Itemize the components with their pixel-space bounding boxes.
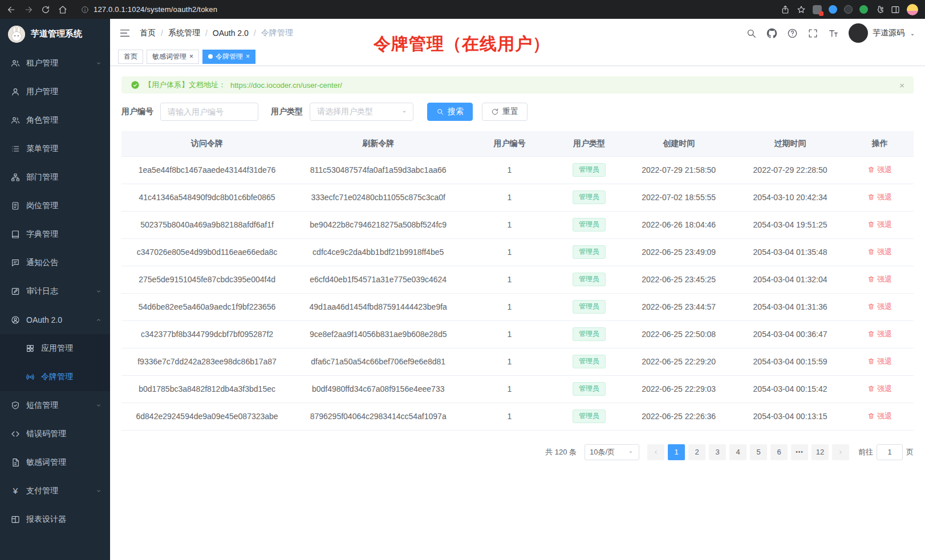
page-button[interactable]: 12 [812,444,829,460]
browser-profile-avatar[interactable] [907,4,918,15]
close-icon[interactable]: × [189,53,193,60]
sidebar-item-sms[interactable]: 短信管理 [0,391,110,420]
sidebar-item-pay[interactable]: ¥ 支付管理 [0,477,110,505]
table-row: 275e5de9151045fe87cbdc395e004f4d e6cfd40… [121,266,914,293]
fullscreen-icon[interactable] [808,28,818,39]
reset-button[interactable]: 重置 [482,103,528,121]
breadcrumb-home[interactable]: 首页 [140,28,156,38]
reload-icon[interactable] [41,5,50,14]
sidebar-item-oauth-token[interactable]: 令牌管理 [0,363,110,391]
sidebar-item-notice[interactable]: 通知公告 [0,249,110,277]
hamburger-icon[interactable] [119,27,131,39]
oauth-icon [11,315,20,324]
address-bar[interactable]: 127.0.0.1:1024/system/oauth2/token [75,2,773,17]
sidebar-item-dict[interactable]: 字典管理 [0,220,110,249]
table-row: 41c41346a548490f9dc8b01c6bfe0865 333ecfc… [121,184,914,211]
bookmark-star-icon[interactable] [797,5,806,14]
sidebar-item-oauth-app[interactable]: 应用管理 [0,334,110,363]
force-logout-button[interactable]: 强退 [867,165,892,175]
sidebar-item-auditlog[interactable]: 审计日志 [0,277,110,306]
force-logout-button[interactable]: 强退 [867,329,892,339]
app-grid-icon [26,344,35,353]
tab-token[interactable]: 令牌管理 × [202,50,255,64]
search-icon[interactable] [746,28,757,39]
col-action: 操作 [846,131,914,156]
col-user-id: 用户编号 [464,131,555,156]
user-type-badge: 管理员 [573,273,606,286]
back-icon[interactable] [7,5,16,14]
tenant-icon [11,59,20,68]
user-type-badge: 管理员 [573,355,606,368]
app-title: 芋道管理系统 [31,29,82,39]
breadcrumb-oauth[interactable]: OAuth 2.0 [213,29,249,38]
sidebar-item-post[interactable]: 岗位管理 [0,192,110,220]
force-logout-button[interactable]: 强退 [867,411,892,421]
trash-icon [867,221,875,228]
extension-icon[interactable] [829,5,837,14]
sidebar-item-reportdesigner[interactable]: 报表设计器 [0,505,110,534]
sidebar-item-oauth[interactable]: OAuth 2.0 [0,306,110,334]
font-size-icon[interactable] [828,28,839,39]
force-logout-button[interactable]: 强退 [867,384,892,394]
page-button[interactable]: 4 [729,444,747,460]
side-panel-icon[interactable] [891,5,900,14]
force-logout-button[interactable]: 强退 [867,302,892,312]
force-logout-button[interactable]: 强退 [867,247,892,257]
sidebar-item-tenant[interactable]: 租户管理 [0,49,110,78]
col-create-time: 创建时间 [623,131,734,156]
page-button[interactable]: 3 [709,444,726,460]
user-id-input[interactable] [160,103,258,121]
extension-icon[interactable] [813,5,822,14]
top-navbar: 首页 / 系统管理 / OAuth 2.0 / 令牌管理 令牌管理（在线用户） [110,19,925,47]
force-logout-button[interactable]: 强退 [867,192,892,202]
table-header-row: 访问令牌 刷新令牌 用户编号 用户类型 创建时间 过期时间 操作 [121,131,914,156]
force-logout-button[interactable]: 强退 [867,220,892,230]
chevron-down-icon [95,288,102,295]
search-button[interactable]: 搜索 [427,103,473,121]
page-button[interactable]: 5 [750,444,767,460]
success-check-icon [131,80,140,90]
sidebar: 芋道管理系统 租户管理 用户管理 角色管理 菜单管理 [0,19,110,560]
close-icon[interactable]: × [899,81,904,90]
user-type-badge: 管理员 [573,218,606,232]
extensions-puzzle-icon[interactable] [875,5,884,14]
edit-log-icon [11,287,20,296]
page-button[interactable]: 2 [688,444,705,460]
help-icon[interactable] [787,28,798,39]
forward-icon[interactable] [24,5,33,14]
sidebar-item-role[interactable]: 角色管理 [0,106,110,135]
force-logout-button[interactable]: 强退 [867,356,892,367]
trash-icon [867,385,875,392]
sidebar-item-errorcode[interactable]: 错误码管理 [0,420,110,448]
sidebar-item-menu[interactable]: 菜单管理 [0,135,110,163]
tab-home[interactable]: 首页 [118,50,143,64]
page-content: 【用户体系】文档地址： https://doc.iocoder.cn/user-… [110,66,925,560]
home-icon[interactable] [58,5,67,14]
page-button[interactable]: 6 [770,444,788,460]
navbar-actions: 芋道源码 [746,23,916,43]
more-pages-button[interactable]: ••• [791,444,808,460]
goto-page-input[interactable] [877,444,903,460]
next-page-button[interactable] [832,444,849,460]
share-icon[interactable] [781,5,790,14]
doc-link[interactable]: https://doc.iocoder.cn/user-center/ [230,81,342,90]
sidebar-item-user[interactable]: 用户管理 [0,78,110,106]
extension-icon[interactable] [859,5,868,14]
page-size-select[interactable]: 10条/页 [585,444,639,460]
page-button[interactable]: 1 [668,444,685,460]
user-type-select[interactable]: 请选择用户类型 [310,103,413,121]
github-icon[interactable] [766,28,777,39]
close-icon[interactable]: × [246,53,250,60]
extension-badge [819,11,823,16]
user-menu[interactable]: 芋道源码 [849,23,916,43]
prev-page-button[interactable] [647,444,664,460]
sidebar-item-sensitiveword[interactable]: 敏感词管理 [0,448,110,477]
force-logout-button[interactable]: 强退 [867,274,892,285]
breadcrumb-system[interactable]: 系统管理 [168,28,200,38]
sidebar-item-dept[interactable]: 部门管理 [0,163,110,192]
extension-icon[interactable] [844,5,853,14]
tab-sensitive-word[interactable]: 敏感词管理 × [147,50,199,64]
col-user-type: 用户类型 [555,131,623,156]
user-type-badge: 管理员 [573,163,606,177]
caret-down-icon [909,31,916,38]
